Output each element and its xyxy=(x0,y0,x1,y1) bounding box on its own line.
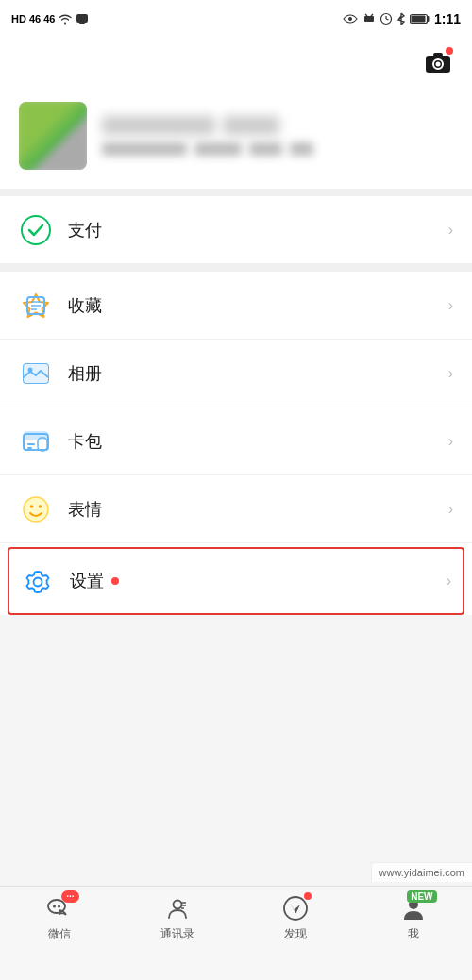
profile-name-extra xyxy=(223,116,279,135)
svg-point-26 xyxy=(30,505,34,508)
wifi-icon xyxy=(58,13,73,25)
menu-item-emoji[interactable]: 表情 › xyxy=(0,475,472,543)
tab-contacts[interactable]: 通讯录 xyxy=(118,894,236,942)
watermark: www.yidaimei.com xyxy=(371,862,472,882)
menu-item-settings[interactable]: 设置 › xyxy=(8,547,464,615)
svg-rect-2 xyxy=(364,16,374,22)
svg-line-3 xyxy=(365,14,367,16)
settings-icon xyxy=(24,567,52,595)
card-arrow: › xyxy=(448,433,453,450)
favorites-icon xyxy=(21,291,51,321)
settings-icon-wrap xyxy=(21,564,55,598)
payment-label: 支付 xyxy=(68,219,448,241)
avatar-image xyxy=(19,102,87,170)
album-arrow: › xyxy=(448,365,453,382)
profile-meta-3 xyxy=(249,142,282,156)
profile-meta-1 xyxy=(102,142,187,156)
svg-line-4 xyxy=(371,14,373,16)
menu-item-album[interactable]: 相册 › xyxy=(0,340,472,407)
me-badge-new: NEW xyxy=(407,890,436,903)
settings-label: 设置 xyxy=(70,570,447,592)
card-icon xyxy=(21,426,51,457)
tab-me-icon-wrap: NEW xyxy=(399,894,428,922)
svg-point-25 xyxy=(24,497,48,522)
signal-4g-2: 46 xyxy=(43,13,55,25)
profile-name-row xyxy=(102,116,453,135)
payment-icon xyxy=(21,215,51,245)
svg-rect-0 xyxy=(76,14,88,23)
profile-section xyxy=(0,87,472,196)
discover-badge-dot xyxy=(304,892,312,900)
time-display: 1:11 xyxy=(434,11,461,26)
tab-me[interactable]: NEW 我 xyxy=(354,894,472,942)
svg-point-12 xyxy=(436,62,441,67)
notification-icon xyxy=(362,12,376,25)
menu-list: 支付 › 收藏 › xyxy=(0,196,472,615)
camera-area xyxy=(0,38,472,87)
discover-tab-icon xyxy=(282,895,309,922)
tab-me-label: 我 xyxy=(408,926,419,942)
message-icon-status xyxy=(76,13,89,25)
tab-discover-label: 发现 xyxy=(284,926,307,942)
settings-arrow: › xyxy=(447,573,451,590)
card-icon-wrap xyxy=(19,424,53,458)
svg-point-14 xyxy=(22,216,50,244)
carrier-hd: HD xyxy=(11,13,26,25)
contacts-tab-icon xyxy=(164,895,191,922)
album-icon xyxy=(21,358,51,389)
profile-name xyxy=(102,116,215,135)
profile-info xyxy=(102,116,453,156)
svg-point-32 xyxy=(173,901,181,909)
tab-wechat[interactable]: ··· 微信 xyxy=(0,894,118,942)
album-label: 相册 xyxy=(68,362,448,385)
svg-line-7 xyxy=(386,19,389,20)
profile-meta-4 xyxy=(290,142,313,156)
payment-icon-wrap xyxy=(19,213,53,247)
menu-item-payment[interactable]: 支付 › xyxy=(0,196,472,264)
tab-contacts-icon-wrap xyxy=(163,894,192,922)
svg-point-27 xyxy=(39,505,42,508)
tab-wechat-icon-wrap: ··· xyxy=(45,894,74,922)
camera-button[interactable] xyxy=(423,47,453,77)
settings-dot xyxy=(111,577,119,585)
svg-point-21 xyxy=(28,367,33,372)
album-icon-wrap xyxy=(19,357,53,390)
emoji-icon-wrap xyxy=(19,492,53,526)
eye-icon xyxy=(342,13,359,25)
menu-item-favorites[interactable]: 收藏 › xyxy=(0,272,472,340)
svg-point-30 xyxy=(53,905,56,908)
camera-badge xyxy=(446,47,453,55)
tab-contacts-label: 通讯录 xyxy=(160,926,194,942)
card-label: 卡包 xyxy=(68,430,448,453)
tab-bar: ··· 微信 通讯录 发现 xyxy=(0,886,472,980)
svg-rect-9 xyxy=(411,16,425,23)
svg-point-28 xyxy=(34,578,42,587)
clock-icon xyxy=(379,12,393,25)
favorites-label: 收藏 xyxy=(68,294,448,317)
svg-rect-23 xyxy=(27,443,35,445)
bluetooth-icon xyxy=(396,12,406,25)
battery-icon xyxy=(410,13,430,25)
svg-point-1 xyxy=(348,17,352,21)
favorites-arrow: › xyxy=(448,297,453,314)
svg-rect-24 xyxy=(27,447,32,449)
emoji-icon xyxy=(21,494,51,524)
status-right: 1:11 xyxy=(342,11,461,26)
emoji-arrow: › xyxy=(448,501,453,518)
status-bar: HD 46 46 xyxy=(0,0,472,38)
signal-4g-1: 46 xyxy=(29,13,41,25)
profile-meta-row xyxy=(102,142,453,156)
favorites-icon-wrap xyxy=(19,289,53,323)
tab-discover-icon-wrap xyxy=(281,894,310,922)
emoji-label: 表情 xyxy=(68,498,448,521)
wechat-badge: ··· xyxy=(61,890,78,903)
menu-item-card[interactable]: 卡包 › xyxy=(0,407,472,475)
svg-point-36 xyxy=(284,897,307,920)
payment-arrow: › xyxy=(448,222,453,239)
svg-rect-13 xyxy=(433,53,443,57)
profile-meta-2 xyxy=(194,142,242,156)
avatar[interactable] xyxy=(19,102,87,170)
tab-discover[interactable]: 发现 xyxy=(236,894,354,942)
status-left: HD 46 46 xyxy=(11,13,89,25)
tab-wechat-label: 微信 xyxy=(48,926,71,942)
